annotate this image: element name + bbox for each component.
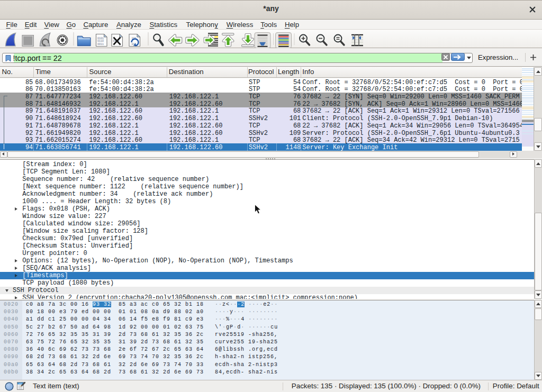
svg-text:0011: 0011	[97, 43, 104, 46]
